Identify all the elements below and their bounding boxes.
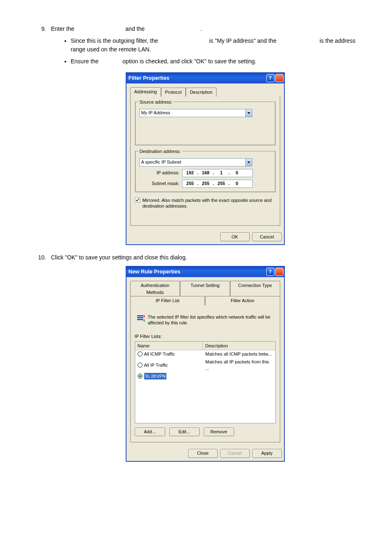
- dialog-title: New Rule Properties: [129, 268, 265, 276]
- close-button[interactable]: [275, 268, 284, 276]
- list-item[interactable]: To 2KVPN: [135, 372, 275, 380]
- help-button[interactable]: ?: [266, 268, 274, 276]
- cancel-button[interactable]: Cancel: [252, 232, 282, 241]
- titlebar: Filter Properties ?: [126, 73, 284, 83]
- help-icon: ?: [269, 74, 272, 82]
- tab-description[interactable]: Description: [186, 88, 217, 97]
- add-button[interactable]: Add...: [135, 428, 165, 436]
- list-item-desc: Matches all IP packets from this ...: [204, 358, 275, 372]
- destination-address-dropdown[interactable]: A specific IP Subnet: [139, 158, 252, 166]
- dest-legend: Destination address:: [138, 148, 182, 155]
- mirrored-checkbox-row[interactable]: Mirrored. Also match packets with the ex…: [135, 197, 276, 209]
- list-item[interactable]: All ICMP TrafficMatches all ICMP packets…: [135, 350, 275, 358]
- radio[interactable]: [138, 363, 143, 368]
- edit-button[interactable]: Edit...: [169, 428, 200, 436]
- bullet-1: Since this is the outgoing filter, the i…: [71, 37, 359, 54]
- list-item-desc: [204, 372, 275, 380]
- help-button[interactable]: ?: [266, 74, 274, 82]
- radio[interactable]: [138, 374, 143, 379]
- svg-rect-1: [137, 317, 143, 318]
- subnet-mask-label: Subnet mask:: [139, 180, 182, 187]
- list-item-desc: Matches all ICMP packets betw...: [204, 350, 275, 358]
- step-10: Click "OK" to save your settings and clo…: [48, 253, 359, 462]
- bullet-2: Ensure the option is checked, and click …: [71, 57, 359, 66]
- step9-text-a: Enter the: [51, 25, 74, 32]
- new-rule-properties-dialog: New Rule Properties ? Authentication Met…: [126, 266, 285, 462]
- tab-authentication[interactable]: Authentication Methods: [130, 281, 180, 296]
- col-name[interactable]: Name: [135, 342, 203, 350]
- chevron-down-icon: [245, 159, 252, 166]
- destination-address-group: Destination address: A specific IP Subne…: [135, 150, 276, 192]
- source-address-dropdown[interactable]: My IP Address: [139, 109, 252, 117]
- tab-protocol[interactable]: Protocol: [161, 88, 186, 97]
- ip-filter-lists-label: IP Filter Lists:: [135, 333, 276, 340]
- tab-strip: Authentication Methods Tunnel Setting Co…: [130, 280, 280, 305]
- tab-connection-type[interactable]: Connection Type: [230, 281, 280, 296]
- tab-filter-action[interactable]: Filter Action: [205, 296, 280, 305]
- ip-address-input[interactable]: 192. 168. 1. 0: [182, 169, 253, 177]
- apply-button[interactable]: Apply: [252, 449, 282, 458]
- titlebar: New Rule Properties ?: [126, 266, 284, 277]
- source-address-value: My IP Address: [141, 109, 245, 116]
- radio[interactable]: [138, 352, 143, 356]
- close-button[interactable]: Close: [188, 449, 218, 458]
- close-button[interactable]: [275, 74, 284, 82]
- subnet-mask-input[interactable]: 255. 255. 255. 0: [182, 180, 253, 188]
- destination-address-value: A specific IP Subnet: [141, 159, 245, 166]
- list-header: Name Description: [135, 342, 275, 351]
- svg-rect-2: [137, 319, 143, 320]
- chevron-down-icon: [245, 109, 252, 117]
- ip-filter-listbox[interactable]: Name Description All ICMP TrafficMatches…: [135, 341, 276, 423]
- list-item-name: All ICMP Traffic: [144, 351, 175, 358]
- remove-button[interactable]: Remove: [204, 428, 234, 436]
- filter-list-icon: [136, 314, 148, 324]
- tab-addressing[interactable]: Addressing: [130, 87, 161, 97]
- mirrored-checkbox[interactable]: [135, 197, 140, 203]
- source-legend: Source address:: [138, 99, 174, 106]
- checkmark-icon: [136, 198, 139, 202]
- source-address-group: Source address: My IP Address: [135, 101, 276, 146]
- ip-address-label: IP address:: [139, 169, 182, 176]
- step9-text-b: and the: [125, 25, 145, 32]
- ok-button[interactable]: OK: [220, 232, 250, 241]
- list-item-name: To 2KVPN: [144, 373, 167, 380]
- tab-tunnel[interactable]: Tunnel Setting: [180, 281, 230, 296]
- svg-rect-0: [137, 315, 143, 316]
- list-item-name: All IP Traffic: [144, 362, 168, 369]
- col-description[interactable]: Description: [203, 342, 275, 350]
- list-item[interactable]: All IP TrafficMatches all IP packets fro…: [135, 358, 275, 372]
- tab-strip: Addressing Protocol Description: [130, 87, 280, 97]
- panel-description: The selected IP filter list specifies wh…: [148, 314, 274, 326]
- step-9: Enter the and the . Since this is the ou…: [48, 25, 359, 245]
- tab-ip-filter-list[interactable]: IP Filter List: [130, 296, 205, 305]
- help-icon: ?: [269, 268, 272, 275]
- filter-properties-dialog: Filter Properties ? Addressing Protocol: [126, 72, 285, 245]
- mirrored-label: Mirrored. Also match packets with the ex…: [143, 197, 276, 209]
- cancel-button: Cancel: [220, 449, 250, 458]
- dialog-title: Filter Properties: [129, 74, 265, 82]
